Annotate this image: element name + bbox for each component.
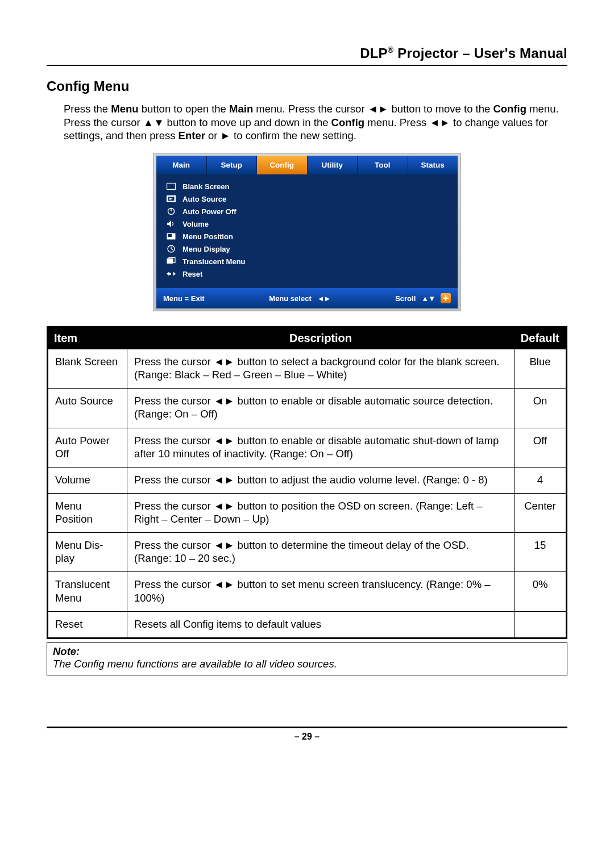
osd-tab-setup[interactable]: Setup [207, 156, 258, 174]
cell-item: Volume [48, 467, 127, 493]
table-row: ResetResets all Config items to default … [48, 611, 567, 638]
osd-item-volume[interactable]: Volume [164, 218, 450, 230]
svg-marker-6 [167, 220, 171, 227]
cell-default: 4 [515, 467, 567, 493]
cell-description: Press the cursor ◄► button to select a b… [127, 349, 515, 389]
osd-item-translucent-menu[interactable]: Translucent Menu [164, 255, 450, 268]
auto-source-icon [165, 194, 177, 203]
osd-item-auto-source[interactable]: Auto Source [164, 193, 450, 205]
svg-rect-0 [167, 183, 176, 190]
osd-item-reset[interactable]: Reset [164, 268, 450, 280]
page-number: – 29 – [294, 732, 320, 741]
cell-description: Press the cursor ◄► button to adjust the… [127, 467, 515, 493]
osd-item-blank-screen[interactable]: Blank Screen [164, 180, 450, 193]
osd-tab-config[interactable]: Config [257, 156, 308, 174]
left-right-arrows-icon: ◄► [214, 499, 235, 512]
blank-screen-icon [165, 182, 177, 191]
cell-default: Center [515, 493, 567, 532]
left-right-arrows-icon: ◄► [214, 394, 235, 407]
cell-item: Auto Power Off [48, 428, 127, 467]
osd-item-label: Menu Position [182, 232, 233, 241]
cell-item: Menu Dis-play [48, 533, 127, 572]
cell-default: 15 [515, 533, 567, 572]
note-text: The Config menu functions are available … [53, 658, 561, 670]
osd-item-menu-display[interactable]: Menu Display [164, 243, 450, 255]
table-row: Menu Dis-playPress the cursor ◄► button … [48, 533, 567, 572]
cell-default: 0% [515, 572, 567, 611]
osd-tab-main[interactable]: Main [156, 156, 207, 174]
power-off-icon [165, 207, 177, 216]
intro-paragraph: Press the Menu button to open the Main m… [64, 102, 567, 143]
osd-footer-select: Menu select ◄► [269, 294, 330, 303]
cell-item: Auto Source [48, 389, 127, 428]
left-right-arrows-icon: ◄► [214, 539, 235, 552]
table-row: VolumePress the cursor ◄► button to adju… [48, 467, 567, 493]
svg-line-11 [171, 249, 173, 250]
brand-prefix: DLP [360, 45, 388, 61]
osd-tab-tool[interactable]: Tool [358, 156, 408, 174]
left-right-arrows-icon: ◄► [214, 473, 235, 486]
osd-tab-status[interactable]: Status [408, 156, 458, 174]
osd-tabs: Main Setup Config Utility Tool Status [156, 156, 458, 174]
cell-default: Blue [515, 349, 567, 389]
cell-item: Blank Screen [48, 349, 127, 389]
osd-footer-exit: Menu = Exit [163, 294, 205, 303]
svg-rect-8 [168, 234, 172, 237]
header-rest: Projector – User's Manual [393, 45, 567, 61]
cell-default [515, 611, 567, 638]
page: DLP® Projector – User's Manual Config Me… [0, 0, 614, 868]
left-right-arrows-icon: ◄► [368, 103, 389, 115]
cell-default: On [515, 389, 567, 428]
cell-item: Menu Position [48, 493, 127, 532]
note-box: Note: The Config menu functions are avai… [47, 642, 567, 675]
osd-tab-utility[interactable]: Utility [308, 156, 358, 174]
table-row: Translucent MenuPress the cursor ◄► butt… [48, 572, 567, 611]
cell-item: Translucent Menu [48, 572, 127, 611]
osd-item-label: Volume [182, 220, 209, 228]
osd-item-auto-power-off[interactable]: Auto Power Off [164, 205, 450, 218]
page-footer: – 29 – [47, 727, 567, 742]
left-right-arrows-icon: ◄► [214, 434, 235, 447]
up-down-arrows-icon: ▲▼ [421, 294, 435, 303]
osd-panel: Main Setup Config Utility Tool Status Bl… [156, 156, 458, 308]
doc-header: DLP® Projector – User's Manual [47, 45, 567, 66]
table-body: Blank ScreenPress the cursor ◄► button t… [48, 349, 567, 639]
cell-description: Press the cursor ◄► button to set menu s… [127, 572, 515, 611]
osd-item-label: Menu Display [182, 245, 230, 253]
osd-screenshot: Main Setup Config Utility Tool Status Bl… [154, 153, 460, 311]
cell-description: Press the cursor ◄► button to position t… [127, 493, 515, 532]
cell-description: Press the cursor ◄► button to enable or … [127, 389, 515, 428]
osd-item-menu-position[interactable]: Menu Position [164, 230, 450, 243]
svg-marker-15 [173, 272, 176, 276]
config-table: Item Description Default Blank ScreenPre… [47, 326, 567, 639]
menu-position-icon [165, 232, 177, 241]
th-default: Default [515, 327, 567, 349]
table-row: Blank ScreenPress the cursor ◄► button t… [48, 349, 567, 389]
clock-icon [165, 244, 177, 253]
left-right-arrows-icon: ◄► [429, 116, 450, 128]
table-row: Menu PositionPress the cursor ◄► button … [48, 493, 567, 532]
table-row: Auto Power OffPress the cursor ◄► button… [48, 428, 567, 467]
cell-description: Press the cursor ◄► button to enable or … [127, 428, 515, 467]
osd-footer-scroll: Scroll ▲▼ [395, 293, 451, 303]
reset-enter-icon [165, 269, 177, 278]
osd-footer: Menu = Exit Menu select ◄► Scroll ▲▼ [156, 288, 458, 308]
translucent-menu-icon [165, 257, 177, 266]
speaker-icon [165, 219, 177, 228]
th-description: Description [127, 327, 515, 349]
table-row: Auto SourcePress the cursor ◄► button to… [48, 389, 567, 428]
left-right-arrows-icon: ◄► [214, 578, 235, 591]
section-title: Config Menu [47, 78, 567, 94]
osd-item-list: Blank Screen Auto Source Auto Power Off [156, 174, 458, 288]
cell-description: Press the cursor ◄► button to determine … [127, 533, 515, 572]
cell-item: Reset [48, 611, 127, 638]
th-item: Item [48, 327, 127, 349]
cell-default: Off [515, 428, 567, 467]
up-down-arrows-icon: ▲▼ [143, 116, 164, 128]
note-label: Note: [53, 645, 561, 658]
osd-item-label: Translucent Menu [182, 257, 246, 266]
svg-rect-17 [443, 298, 449, 299]
cell-description: Resets all Config items to default value… [127, 611, 515, 638]
left-right-arrows-icon: ◄► [214, 355, 235, 368]
svg-marker-14 [167, 272, 171, 276]
